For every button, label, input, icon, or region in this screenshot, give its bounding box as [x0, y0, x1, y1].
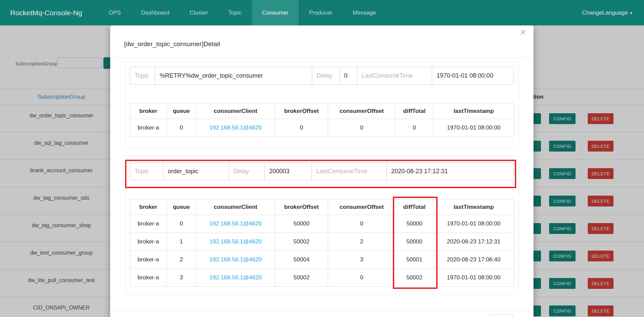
cell-last-timestamp: 2020-08-23 17:06:40 — [434, 251, 514, 269]
cell-last-timestamp: 2020-08-23 17:12:31 — [434, 233, 514, 251]
order-topic-panel: Topic order_topic Delay 200003 LastConsu… — [125, 155, 519, 294]
cell-queue: 3 — [167, 269, 196, 287]
close-icon[interactable]: × — [520, 26, 526, 38]
cell-broker: broker-a — [130, 215, 167, 233]
cell-broker-offset: 50002 — [275, 269, 328, 287]
delay-value: 0 — [340, 67, 357, 84]
column-header-consumer-offset: consumerOffset — [328, 103, 396, 119]
topic-value: %RETRY%dw_order_topic_consumer — [155, 67, 312, 84]
modal-footer-button-partial[interactable] — [489, 314, 513, 317]
nav-item-message[interactable]: Message — [342, 0, 386, 25]
nav-item-topic[interactable]: Topic — [218, 0, 252, 25]
navbar: RocketMq-Console-Ng OPS Dashboard Cluste… — [0, 0, 644, 25]
consumer-client-link[interactable]: 192.168.56.1@4620 — [196, 215, 275, 233]
delay-value: 200003 — [265, 163, 312, 180]
nav-item-consumer[interactable]: Consumer — [252, 0, 299, 25]
cell-broker: broker-a — [130, 251, 167, 269]
cell-queue: 2 — [167, 251, 196, 269]
topic-label: Topic — [130, 67, 155, 84]
cell-diff-total: 50002 — [396, 269, 434, 287]
column-header-broker-offset: brokerOffset — [275, 103, 328, 119]
cell-consumer-offset: 0 — [328, 269, 396, 287]
cell-diff-total: 50001 — [396, 251, 434, 269]
column-header-broker: broker — [130, 199, 167, 215]
column-header-consumer-client: consumerClient — [196, 199, 275, 215]
retry-topic-panel: Topic %RETRY%dw_order_topic_consumer Del… — [125, 62, 519, 148]
nav-item-dashboard[interactable]: Dashboard — [131, 0, 179, 25]
app-brand[interactable]: RocketMq-Console-Ng — [10, 9, 82, 17]
change-language-dropdown[interactable]: ChangeLanguage▾ — [582, 9, 632, 16]
cell-consumer-offset: 2 — [328, 233, 396, 251]
delay-label: Delay — [312, 67, 340, 84]
column-header-diff-total: diffTotal — [396, 199, 434, 215]
consumer-client-link[interactable]: 192.168.56.1@4620 — [196, 233, 275, 251]
order-topic-table: broker queue consumerClient brokerOffset… — [130, 199, 514, 287]
column-header-queue: queue — [167, 103, 196, 119]
last-consume-time-value: 1970-01-01 08:00:00 — [432, 67, 514, 84]
cell-diff-total: 50000 — [396, 233, 434, 251]
topic-info-row: Topic order_topic Delay 200003 LastConsu… — [130, 162, 514, 180]
cell-diff-total: 50000 — [396, 215, 434, 233]
cell-broker: broker-a — [130, 119, 167, 137]
column-header-queue: queue — [167, 199, 196, 215]
cell-broker-offset: 50002 — [275, 233, 328, 251]
cell-last-timestamp: 1970-01-01 08:00:00 — [434, 119, 514, 137]
last-consume-time-value: 2020-08-23 17:12:31 — [387, 163, 514, 180]
nav-menu: OPS Dashboard Cluster Topic Consumer Pro… — [98, 0, 386, 25]
modal-footer-divider — [110, 310, 534, 311]
column-header-broker-offset: brokerOffset — [275, 199, 328, 215]
cell-queue: 1 — [167, 233, 196, 251]
delay-label: Delay — [229, 163, 265, 180]
cell-broker-offset: 0 — [275, 119, 328, 137]
cell-last-timestamp: 1970-01-01 08:00:00 — [434, 215, 514, 233]
cell-broker: broker-a — [130, 269, 167, 287]
cell-consumer-offset: 0 — [328, 215, 396, 233]
consumer-client-link[interactable]: 192.168.56.1@4620 — [196, 251, 275, 269]
column-header-last-timestamp: lastTimestamp — [434, 199, 514, 215]
column-header-consumer-offset: consumerOffset — [328, 199, 396, 215]
column-header-broker: broker — [130, 103, 167, 119]
consumer-detail-modal: × [dw_order_topic_consumer]Detail Topic … — [110, 25, 534, 317]
change-language-label: ChangeLanguage — [582, 9, 628, 16]
last-consume-time-label: LastConsumeTime — [357, 67, 432, 84]
table-row: broker-a 0 192.168.56.1@4620 0 0 0 1970-… — [130, 119, 514, 137]
cell-broker-offset: 50000 — [275, 215, 328, 233]
column-header-consumer-client: consumerClient — [196, 103, 275, 119]
topic-value: order_topic — [163, 163, 229, 180]
cell-consumer-offset: 3 — [328, 251, 396, 269]
cell-broker: broker-a — [130, 233, 167, 251]
column-header-last-timestamp: lastTimestamp — [434, 103, 514, 119]
nav-item-producer[interactable]: Producer — [299, 0, 342, 25]
table-row: broker-a 3 192.168.56.1@4620 50002 0 500… — [130, 269, 514, 287]
topic-info-row: Topic %RETRY%dw_order_topic_consumer Del… — [130, 67, 514, 85]
last-consume-time-label: LastConsumeTime — [312, 163, 387, 180]
cell-consumer-offset: 0 — [328, 119, 396, 137]
table-row: broker-a 1 192.168.56.1@4620 50002 2 500… — [130, 233, 514, 251]
cell-diff-total: 0 — [396, 119, 434, 137]
column-header-diff-total: diffTotal — [396, 103, 434, 119]
nav-item-cluster[interactable]: Cluster — [180, 0, 218, 25]
topic-label: Topic — [130, 163, 163, 180]
caret-down-icon: ▾ — [630, 11, 632, 16]
nav-item-ops[interactable]: OPS — [98, 0, 131, 25]
modal-header-divider — [110, 58, 534, 58]
modal-title: [dw_order_topic_consumer]Detail — [124, 40, 220, 48]
cell-last-timestamp: 1970-01-01 08:00:00 — [434, 269, 514, 287]
retry-topic-table: broker queue consumerClient brokerOffset… — [130, 103, 514, 137]
table-row: broker-a 0 192.168.56.1@4620 50000 0 500… — [130, 215, 514, 233]
consumer-client-link[interactable]: 192.168.56.1@4620 — [196, 269, 275, 287]
consumer-client-link[interactable]: 192.168.56.1@4620 — [196, 119, 275, 137]
cell-broker-offset: 50004 — [275, 251, 328, 269]
table-row: broker-a 2 192.168.56.1@4620 50004 3 500… — [130, 251, 514, 269]
cell-queue: 0 — [167, 215, 196, 233]
cell-queue: 0 — [167, 119, 196, 137]
